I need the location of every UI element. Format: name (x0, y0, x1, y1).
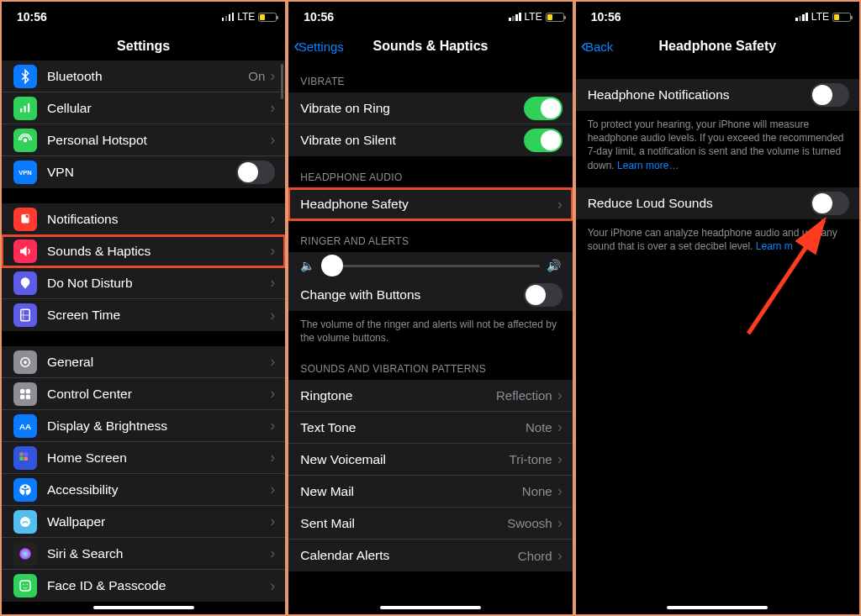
row-personal-hotspot[interactable]: Personal Hotspot› (2, 124, 285, 156)
section-vibrate: Vibrate (288, 61, 572, 92)
row-label: Siri & Search (47, 546, 270, 561)
ringer-volume-slider[interactable]: 🔈 🔊 (288, 252, 572, 279)
row-bluetooth[interactable]: BluetoothOn› (2, 61, 285, 92)
row-headphone-notifications[interactable]: Headphone Notifications (576, 79, 859, 111)
row-cellular[interactable]: Cellular› (2, 92, 285, 124)
row-accessibility[interactable]: Accessibility› (2, 474, 285, 506)
svg-rect-15 (24, 456, 29, 461)
svg-rect-7 (20, 389, 24, 393)
nav-bar: Settings (2, 32, 285, 61)
row-screen-time[interactable]: Screen Time› (2, 299, 285, 331)
row-label: Bluetooth (47, 69, 248, 84)
row-text-tone[interactable]: Text ToneNote› (288, 412, 572, 444)
svg-point-19 (19, 548, 31, 560)
row-notifications[interactable]: Notifications› (2, 203, 285, 235)
toggle-headphone-notifications[interactable] (811, 83, 849, 107)
row-detail: On (248, 69, 265, 83)
row-face-id-passcode[interactable]: Face ID & Passcode› (2, 570, 285, 602)
row-detail: Chord (518, 549, 552, 563)
row-new-mail[interactable]: New MailNone› (288, 476, 572, 508)
back-button[interactable]: ‹ Settings (293, 37, 344, 55)
home-indicator[interactable] (93, 606, 194, 609)
home-indicator[interactable] (667, 606, 768, 609)
screen-sounds-haptics: 10:56 LTE ‹ Settings Sounds & Haptics Vi… (288, 2, 572, 614)
row-control-center[interactable]: Control Center› (2, 378, 285, 410)
chevron-right-icon: › (557, 196, 563, 213)
row-sent-mail[interactable]: Sent MailSwoosh› (288, 508, 572, 540)
controlcenter-icon (13, 382, 37, 406)
toggle[interactable] (236, 161, 275, 184)
siri-icon (13, 542, 37, 566)
row-home-screen[interactable]: Home Screen› (2, 442, 285, 474)
row-calendar-alerts[interactable]: Calendar AlertsChord› (288, 540, 572, 571)
battery-icon (546, 13, 564, 22)
general-icon (13, 350, 37, 374)
chevron-right-icon: › (270, 99, 275, 117)
settings-list[interactable]: BluetoothOn›Cellular›Personal Hotspot›VP… (2, 61, 285, 614)
home-indicator[interactable] (380, 606, 481, 609)
row-label: Home Screen (47, 450, 270, 466)
chevron-right-icon: › (270, 545, 275, 562)
svg-point-21 (23, 584, 24, 586)
row-label: Display & Brightness (47, 419, 270, 434)
chevron-right-icon: › (557, 547, 563, 565)
volume-high-icon: 🔊 (547, 259, 561, 272)
slider-knob[interactable] (321, 255, 343, 276)
row-general[interactable]: General› (2, 346, 285, 378)
toggle-change-buttons[interactable] (524, 283, 563, 307)
toggle[interactable] (524, 97, 563, 120)
chevron-right-icon: › (270, 449, 275, 466)
toggle[interactable] (524, 129, 563, 152)
row-vpn[interactable]: VPNVPN (2, 156, 285, 188)
learn-more-link[interactable]: Learn m (756, 240, 793, 252)
row-new-voicemail[interactable]: New VoicemailTri-tone› (288, 444, 572, 476)
status-right: LTE (795, 11, 851, 23)
status-bar: 10:56 LTE (2, 2, 285, 32)
row-label: Reduce Loud Sounds (588, 196, 811, 211)
network-label: LTE (237, 11, 255, 23)
accessibility-icon (13, 478, 37, 502)
row-reduce-loud-sounds[interactable]: Reduce Loud Sounds (576, 187, 859, 219)
chevron-right-icon: › (270, 210, 275, 228)
row-vibrate-on-ring[interactable]: Vibrate on Ring (288, 92, 572, 124)
learn-more-link[interactable]: Learn more… (617, 160, 679, 171)
sounds-icon (13, 240, 37, 263)
chevron-right-icon: › (270, 67, 275, 85)
screentime-icon (13, 303, 37, 327)
row-ringtone[interactable]: RingtoneReflection› (288, 380, 572, 412)
status-right: LTE (222, 11, 277, 23)
row-headphone-safety[interactable]: Headphone Safety › (288, 188, 572, 220)
row-vibrate-on-silent[interactable]: Vibrate on Silent (288, 124, 572, 156)
row-sounds-haptics[interactable]: Sounds & Haptics› (2, 235, 285, 267)
headphone-safety-list[interactable]: Headphone Notifications To protect your … (576, 61, 859, 614)
svg-point-22 (27, 584, 29, 586)
volume-low-icon: 🔈 (300, 259, 314, 272)
row-label: New Voicemail (300, 452, 509, 467)
row-detail: Reflection (496, 388, 552, 403)
row-change-with-buttons[interactable]: Change with Buttons (288, 279, 572, 311)
scroll-indicator[interactable] (281, 64, 283, 99)
section-ringer: Ringer and Alerts (288, 220, 572, 252)
svg-point-3 (25, 214, 29, 218)
row-siri-search[interactable]: Siri & Search› (2, 538, 285, 570)
sounds-list[interactable]: Vibrate Vibrate on RingVibrate on Silent… (288, 61, 572, 614)
nav-bar: ‹ Settings Sounds & Haptics (288, 32, 572, 61)
slider-track[interactable] (321, 265, 539, 267)
row-label: Text Tone (300, 420, 526, 435)
battery-icon (832, 13, 851, 22)
notifications-icon (13, 208, 37, 231)
toggle-reduce-loud-sounds[interactable] (811, 192, 849, 215)
row-label: Do Not Disturb (47, 276, 270, 291)
faceid-icon (13, 574, 37, 598)
chevron-right-icon: › (270, 307, 275, 324)
page-title: Sounds & Haptics (373, 39, 489, 54)
row-label: VPN (47, 165, 236, 180)
svg-text:VPN: VPN (18, 169, 31, 176)
row-display-brightness[interactable]: AADisplay & Brightness› (2, 410, 285, 442)
chevron-right-icon: › (557, 482, 563, 500)
back-button[interactable]: ‹ Back (581, 37, 614, 55)
row-wallpaper[interactable]: Wallpaper› (2, 506, 285, 538)
display-icon: AA (13, 414, 37, 438)
row-do-not-disturb[interactable]: Do Not Disturb› (2, 267, 285, 299)
row-label: Ringtone (300, 388, 496, 403)
